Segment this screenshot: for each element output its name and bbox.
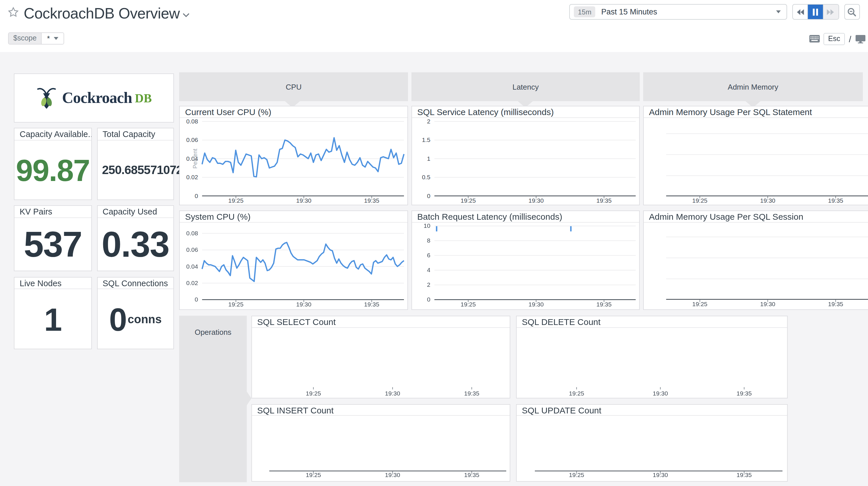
svg-text:19:35: 19:35 — [596, 197, 612, 203]
svg-text:19:35: 19:35 — [596, 301, 612, 307]
svg-text:19:30: 19:30 — [653, 471, 668, 478]
svg-text:19:25: 19:25 — [461, 301, 476, 307]
svg-text:19:25: 19:25 — [692, 301, 708, 307]
svg-text:19:35: 19:35 — [737, 390, 752, 396]
chart-sql-select-count[interactable]: SQL SELECT Count 19:2519:3019:35 — [251, 316, 510, 398]
group-label: Operations — [195, 328, 231, 337]
chart-admin-memory-session[interactable]: Admin Memory Usage Per SQL Session 19:25… — [643, 210, 868, 310]
stat-card-capacity-available[interactable]: Capacity Available... 99.87 — [14, 128, 92, 200]
stat-value: 1 — [14, 290, 91, 349]
svg-text:2: 2 — [427, 281, 431, 288]
svg-text:19:30: 19:30 — [528, 197, 544, 203]
svg-text:0: 0 — [195, 296, 198, 303]
chart-admin-memory-statement[interactable]: Admin Memory Usage Per SQL Statement 19:… — [643, 106, 868, 205]
time-range-label: Past 15 Minutes — [601, 7, 776, 16]
chart-system-cpu[interactable]: System CPU (%) 0.080.060.040.02019:2519:… — [180, 210, 408, 310]
svg-text:19:30: 19:30 — [385, 471, 400, 478]
svg-text:19:35: 19:35 — [828, 197, 843, 203]
svg-text:19:25: 19:25 — [569, 390, 584, 396]
chart-sql-service-latency[interactable]: SQL Service Latency (milliseconds) 21.51… — [411, 106, 640, 205]
svg-text:0.08: 0.08 — [186, 118, 198, 124]
chart-title: Admin Memory Usage Per SQL Statement — [644, 106, 868, 118]
svg-text:19:30: 19:30 — [297, 197, 312, 203]
chart-title: SQL UPDATE Count — [517, 404, 787, 416]
caret-down-icon — [54, 37, 58, 40]
fast-forward-button[interactable] — [823, 5, 838, 19]
svg-text:19:25: 19:25 — [306, 471, 321, 478]
svg-text:19:30: 19:30 — [760, 197, 776, 203]
svg-text:6: 6 — [427, 252, 431, 258]
stat-label: Live Nodes — [14, 277, 91, 289]
cockroach-bug-icon — [36, 86, 58, 109]
time-range-selector[interactable]: 15m Past 15 Minutes — [569, 4, 787, 20]
keyboard-icon[interactable] — [809, 35, 820, 43]
svg-text:19:25: 19:25 — [692, 197, 708, 203]
stat-card-sql-connections[interactable]: SQL Connections 0conns — [97, 277, 174, 349]
favorite-star-icon[interactable] — [7, 6, 19, 18]
pause-button[interactable] — [808, 5, 823, 19]
group-label: Admin Memory — [728, 82, 778, 91]
chart-title: SQL INSERT Count — [252, 404, 510, 416]
svg-text:19:35: 19:35 — [464, 471, 479, 478]
stat-card-kv-pairs[interactable]: KV Pairs 537 — [14, 205, 92, 271]
chart-title: Current User CPU (%) — [180, 106, 407, 118]
stat-value: 537 — [14, 218, 91, 270]
stat-card-capacity-used[interactable]: Capacity Used 0.33 — [97, 205, 174, 271]
svg-text:19:25: 19:25 — [228, 301, 244, 307]
svg-text:1.5: 1.5 — [422, 136, 430, 143]
svg-text:0: 0 — [427, 296, 431, 303]
svg-text:19:35: 19:35 — [737, 471, 752, 478]
chart-sql-delete-count[interactable]: SQL DELETE Count 19:2519:3019:35 — [516, 316, 788, 398]
chart-sql-update-count[interactable]: SQL UPDATE Count 19:2519:3019:35 — [516, 404, 788, 482]
stat-card-total-capacity[interactable]: Total Capacity 250.6855710720GB — [97, 128, 174, 200]
group-header-cpu[interactable]: CPU — [180, 72, 408, 101]
stat-card-live-nodes[interactable]: Live Nodes 1 — [14, 277, 92, 349]
zoom-out-icon — [847, 7, 857, 17]
monitor-icon[interactable] — [855, 34, 866, 43]
chart-title: Batch Request Latency (milliseconds) — [412, 211, 639, 222]
rewind-icon — [796, 8, 804, 15]
stat-value: 99.87 — [14, 141, 91, 199]
chart-batch-request-latency[interactable]: Batch Request Latency (milliseconds) 108… — [411, 210, 640, 310]
svg-text:19:25: 19:25 — [461, 197, 476, 203]
svg-text:0: 0 — [427, 192, 431, 199]
cockroachdb-logo-card[interactable]: Cockroach DB — [14, 73, 174, 122]
svg-text:19:35: 19:35 — [364, 197, 380, 203]
chart-sql-insert-count[interactable]: SQL INSERT Count 19:2519:3019:35 — [251, 404, 510, 482]
stat-label: Total Capacity — [97, 128, 174, 140]
group-label: Latency — [512, 82, 538, 91]
stat-unit: conns — [128, 313, 162, 326]
svg-text:0.02: 0.02 — [186, 280, 198, 286]
svg-text:10: 10 — [424, 223, 430, 229]
svg-text:19:30: 19:30 — [760, 301, 776, 307]
chart-title: System CPU (%) — [180, 211, 407, 222]
svg-text:0.04: 0.04 — [186, 263, 198, 269]
group-label: CPU — [286, 82, 302, 91]
rewind-button[interactable] — [793, 5, 808, 19]
svg-text:19:30: 19:30 — [528, 301, 544, 307]
svg-text:19:25: 19:25 — [569, 471, 584, 478]
svg-text:19:25: 19:25 — [228, 197, 244, 203]
group-header-operations[interactable]: Operations — [180, 316, 247, 482]
template-variable-scope[interactable]: $scope * — [8, 32, 64, 45]
esc-button[interactable]: Esc — [824, 33, 845, 45]
stat-value: 0 — [109, 301, 126, 338]
svg-text:0.5: 0.5 — [422, 173, 430, 180]
svg-text:8: 8 — [427, 237, 431, 244]
chart-current-user-cpu[interactable]: Current User CPU (%) 0.080.060.040.02019… — [180, 106, 408, 205]
svg-text:19:30: 19:30 — [385, 390, 400, 396]
svg-text:0.08: 0.08 — [186, 230, 198, 236]
group-notch — [247, 392, 251, 405]
svg-text:19:30: 19:30 — [653, 390, 668, 396]
group-header-latency[interactable]: Latency — [411, 72, 640, 101]
page-title: CockroachDB Overview — [24, 5, 180, 23]
group-header-admin-memory[interactable]: Admin Memory — [643, 72, 863, 101]
fast-forward-icon — [827, 8, 835, 15]
svg-text:Percent: Percent — [192, 148, 198, 168]
slash-shortcut: / — [849, 34, 851, 44]
zoom-out-button[interactable] — [844, 4, 860, 20]
chevron-down-icon[interactable] — [182, 10, 191, 20]
svg-text:0: 0 — [195, 192, 198, 199]
chart-title: SQL DELETE Count — [517, 316, 787, 327]
logo-wordmark: Cockroach — [62, 89, 132, 107]
